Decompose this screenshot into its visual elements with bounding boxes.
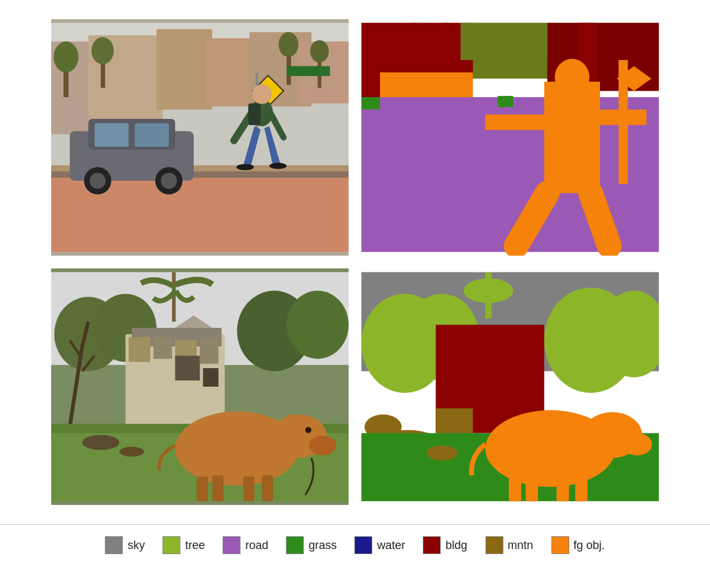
legend-swatch-mntn: [485, 536, 503, 554]
svg-point-75: [285, 415, 300, 425]
svg-point-46: [555, 59, 589, 96]
svg-point-32: [237, 164, 254, 171]
cow-segmentation: [361, 268, 659, 505]
svg-point-99: [427, 445, 457, 460]
svg-point-69: [82, 435, 119, 450]
svg-point-73: [309, 436, 336, 456]
svg-rect-64: [200, 339, 219, 364]
legend-item-water: water: [354, 536, 405, 554]
svg-rect-41: [461, 23, 548, 60]
legend-label-fg obj: fg obj.: [574, 539, 605, 552]
svg-rect-61: [129, 337, 150, 362]
legend-label-tree: tree: [185, 539, 205, 552]
svg-point-57: [287, 291, 349, 359]
svg-rect-96: [526, 476, 538, 502]
legend-label-mntn: mntn: [508, 539, 533, 552]
svg-rect-29: [287, 66, 330, 77]
svg-rect-76: [197, 476, 208, 501]
legend: skytreeroadgrasswaterbldgmntnfg obj.: [0, 524, 710, 561]
svg-rect-5: [206, 38, 249, 107]
svg-rect-22: [135, 123, 169, 147]
svg-rect-65: [175, 356, 200, 381]
svg-rect-66: [203, 368, 218, 387]
legend-item-tree: tree: [162, 536, 205, 554]
svg-rect-95: [509, 476, 521, 501]
legend-swatch-grass: [286, 536, 304, 554]
svg-rect-62: [154, 337, 172, 359]
svg-rect-79: [262, 476, 272, 502]
svg-rect-51: [361, 97, 380, 109]
svg-point-26: [161, 173, 177, 189]
svg-rect-78: [243, 476, 254, 501]
svg-point-9: [54, 42, 79, 72]
legend-label-water: water: [377, 539, 405, 552]
svg-point-11: [91, 37, 114, 65]
svg-rect-88: [436, 408, 473, 433]
legend-item-road: road: [223, 536, 268, 554]
legend-label-road: road: [245, 539, 268, 552]
svg-point-13: [279, 32, 299, 57]
legend-label-sky: sky: [127, 539, 145, 552]
image-grid: [0, 0, 710, 518]
legend-swatch-bldg: [423, 536, 441, 554]
svg-rect-21: [95, 123, 129, 147]
legend-label-bldg: bldg: [445, 539, 467, 552]
svg-point-70: [120, 447, 145, 457]
svg-point-74: [305, 427, 312, 433]
svg-rect-52: [498, 96, 513, 107]
svg-point-33: [269, 163, 287, 169]
svg-point-94: [622, 433, 652, 456]
legend-label-grass: grass: [308, 539, 336, 552]
svg-point-24: [90, 173, 106, 189]
legend-item-grass: grass: [286, 536, 336, 554]
svg-rect-45: [544, 82, 600, 193]
svg-point-15: [310, 40, 329, 63]
legend-item-fg obj: fg obj.: [551, 536, 605, 554]
svg-point-86: [464, 278, 514, 303]
svg-rect-97: [556, 476, 569, 501]
svg-rect-4: [157, 29, 212, 109]
svg-rect-98: [575, 476, 587, 502]
legend-item-sky: sky: [105, 536, 145, 554]
cow-photo: [51, 268, 349, 505]
svg-point-31: [252, 84, 272, 104]
legend-item-bldg: bldg: [423, 536, 467, 554]
legend-swatch-road: [223, 536, 241, 554]
legend-swatch-water: [354, 536, 372, 554]
svg-rect-77: [212, 476, 223, 502]
legend-item-mntn: mntn: [485, 536, 533, 554]
svg-rect-34: [248, 104, 260, 125]
svg-rect-47: [485, 114, 548, 130]
legend-swatch-tree: [162, 536, 180, 554]
legend-swatch-sky: [105, 536, 123, 554]
street-photo: [51, 19, 349, 256]
legend-swatch-fg obj: [551, 536, 569, 554]
street-segmentation: [361, 19, 659, 256]
